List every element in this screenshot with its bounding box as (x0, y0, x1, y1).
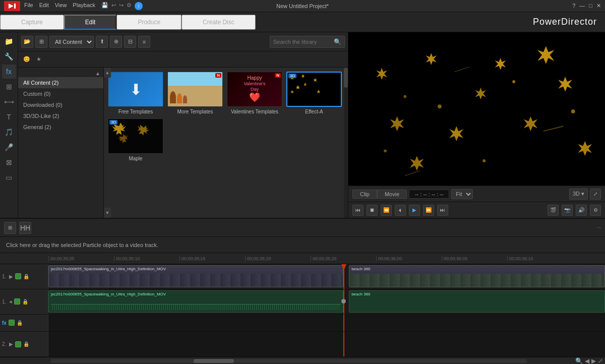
ruler-mark-0: 00;00;35;05 (48, 256, 114, 261)
cat-custom[interactable]: Custom (0) (18, 88, 103, 99)
menu-view[interactable]: View (55, 2, 67, 10)
timeline-scroll-thumb[interactable] (194, 359, 234, 363)
cat-all-content[interactable]: All Content (2) (18, 77, 103, 88)
fit-timeline-btn[interactable]: ⤢ (598, 357, 603, 365)
playhead[interactable] (343, 264, 344, 289)
play-btn[interactable]: ▶ (409, 205, 420, 216)
add-btn[interactable]: ⊕ (110, 36, 122, 48)
snapshot-btn[interactable]: 📷 (562, 205, 573, 216)
cat-general[interactable]: General (2) (18, 122, 103, 133)
clip-btn[interactable]: Clip (352, 190, 377, 199)
tl-zoom-in-btn[interactable]: HH (19, 222, 31, 234)
track-1-audio-num: 1. (2, 299, 7, 305)
export-btn[interactable]: ⬆ (96, 36, 108, 48)
grid-item-more-templates[interactable]: N More Templates (167, 72, 223, 114)
track-1-video-content[interactable]: jsc2017m000655_Spacewalking_in_Ultra_Hig… (48, 264, 605, 289)
grid-scrollbar-thumb[interactable] (344, 68, 348, 88)
grid-item-effect-a[interactable]: 3D Effect-A (286, 72, 342, 114)
scroll-down-arrow[interactable]: ▼ (104, 208, 111, 218)
list-view-btn[interactable]: ≡ (138, 36, 150, 48)
menubar: File Edit View Playback 💾↩↪ ⚙i (24, 2, 143, 10)
track-1-video-lock[interactable]: 🔒 (23, 274, 29, 279)
titlebar: File Edit View Playback 💾↩↪ ⚙i New Untit… (0, 0, 605, 12)
sidebar-transitions[interactable]: ⟷ (2, 95, 16, 109)
timeline-scrollbar: 🔍 ◀ ▶ ⤢ (0, 357, 605, 364)
rewind-btn[interactable]: ⏪ (381, 205, 392, 216)
cat-3d[interactable]: 3D/3D-Like (2) (18, 110, 103, 122)
play-to-start-btn[interactable]: ⏮ (352, 205, 364, 216)
track-fx-checkbox[interactable] (9, 320, 15, 326)
settings-btn[interactable]: ⚙ (590, 205, 601, 216)
sidebar-subtitle[interactable]: ▭ (2, 170, 16, 185)
sidebar-audio[interactable]: 🎵 (2, 125, 16, 139)
track-1-audio-clip-spacewalk[interactable]: jsc2017m000655_Spacewalking_in_Ultra_Hig… (48, 290, 343, 313)
track-1-clip-spacewalk[interactable]: jsc2017m000655_Spacewalking_in_Ultra_Hig… (48, 265, 343, 287)
help-btn[interactable]: ? (572, 3, 575, 9)
brand-name: PowerDirector (533, 17, 597, 27)
cat-downloaded[interactable]: Downloaded (0) (18, 99, 103, 110)
search-input[interactable] (273, 39, 334, 45)
sidebar-pip[interactable]: ⊞ (2, 80, 16, 94)
create-disc-btn[interactable]: Create Disc (182, 15, 256, 30)
download-icon: ⬇ (130, 81, 142, 98)
track-1-clip-beach[interactable]: beach 360 (349, 265, 605, 287)
track-1-audio-lock[interactable]: 🔒 (22, 299, 28, 305)
window-controls: ? — □ ✕ (572, 3, 601, 9)
track-1-video-icon: ▶ (9, 274, 13, 279)
close-btn[interactable]: ✕ (596, 3, 601, 9)
produce-btn[interactable]: Produce (116, 15, 182, 30)
track-fx-content[interactable] (48, 315, 605, 332)
clip-spacewalk-label: jsc2017m000655_Spacewalking_in_Ultra_Hig… (51, 267, 166, 271)
sidebar-voiceover[interactable]: 🎤 (2, 140, 16, 154)
track-2-video-lock[interactable]: 🔒 (23, 341, 29, 347)
nav-star[interactable]: ★ (34, 55, 43, 64)
zoom-slider-left[interactable]: ◀ (585, 357, 589, 365)
fx-playhead (343, 315, 344, 332)
step-back-btn[interactable]: ⏴ (395, 205, 406, 216)
minimize-btn[interactable]: — (579, 3, 585, 9)
grid-view-btn[interactable]: ⊟ (124, 36, 136, 48)
3d-badge-effect: 3D (288, 74, 296, 78)
edit-btn[interactable]: Edit (64, 15, 117, 30)
audio-btn[interactable]: 🔊 (576, 205, 587, 216)
track-1-audio-content[interactable]: jsc2017m000655_Spacewalking_in_Ultra_Hig… (48, 289, 605, 314)
menu-playback[interactable]: Playback (73, 2, 95, 10)
zoom-out-btn[interactable]: 🔍 (575, 357, 583, 365)
menu-edit[interactable]: Edit (39, 2, 49, 10)
zoom-slider-right[interactable]: ▶ (591, 357, 596, 365)
track-2-video-checkbox[interactable] (15, 341, 21, 347)
grid-item-valentines[interactable]: Happy Valentine's Day ❤️ N Valentines Te… (227, 72, 282, 114)
track-1-audio-checkbox[interactable] (14, 298, 20, 305)
grid-item-free-templates[interactable]: ⬇ Free Templates (108, 72, 163, 114)
tl-snap-btn[interactable]: ⊞ (4, 222, 16, 234)
play-to-end-btn[interactable]: ⏭ (437, 205, 448, 216)
menu-file[interactable]: File (24, 2, 33, 10)
set-mark-in-btn[interactable]: 🎬 (548, 205, 559, 216)
sidebar-fix[interactable]: 🔧 (2, 49, 16, 64)
sidebar-chapterm[interactable]: ⊠ (2, 155, 16, 169)
track-1-video-checkbox[interactable] (15, 273, 21, 279)
fullscreen-btn[interactable]: ⤢ (590, 189, 601, 200)
movie-btn[interactable]: Movie (377, 190, 407, 199)
sidebar-titles[interactable]: T (2, 110, 16, 124)
track-2-video-content[interactable] (48, 332, 605, 356)
sidebar-import[interactable]: 📁 (2, 34, 16, 48)
sidebar-icons: 📁 🔧 fx ⊞ ⟷ T 🎵 🎤 ⊠ ▭ (0, 32, 18, 218)
import-btn[interactable]: 📂 (21, 36, 33, 48)
nav-face[interactable]: 😊 (21, 55, 32, 64)
sidebar-fx[interactable]: fx (2, 65, 16, 79)
track-fx-lock[interactable]: 🔒 (17, 320, 23, 326)
scroll-up-arrow[interactable]: ▲ (104, 68, 111, 78)
maximize-btn[interactable]: □ (589, 3, 592, 9)
step-fwd-btn[interactable]: ⏩ (423, 205, 434, 216)
fit-dropdown[interactable]: Fit (451, 189, 473, 199)
3d-toggle-btn[interactable]: 3D ▾ (569, 189, 588, 200)
grid-item-maple[interactable]: 3D Maple (108, 118, 163, 161)
more-templates-label: More Templates (177, 109, 213, 114)
capture-btn[interactable]: Capture (0, 15, 64, 30)
content-filter-dropdown[interactable]: All Content (49, 36, 94, 48)
sort-btn[interactable]: ⊞ (35, 36, 47, 48)
stop-btn[interactable]: ⏹ (367, 205, 378, 216)
track-1-audio-clip-beach[interactable]: beach 360 (349, 290, 605, 313)
svg-point-12 (438, 104, 442, 108)
